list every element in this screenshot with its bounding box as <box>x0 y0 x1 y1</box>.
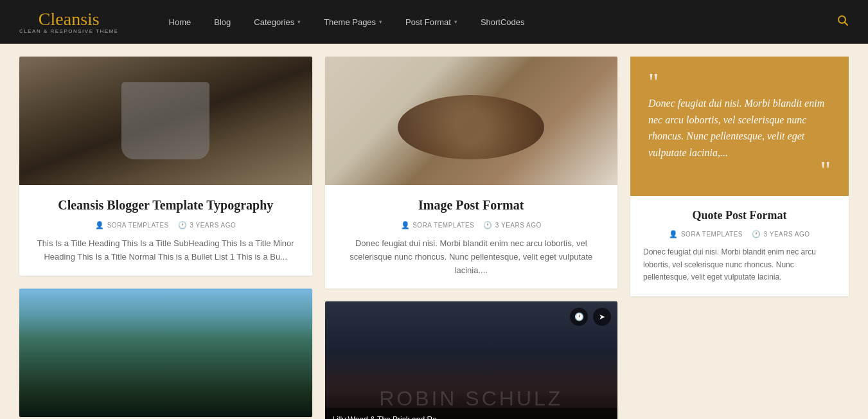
card-title-typography[interactable]: Cleansis Blogger Template Typography <box>32 197 299 213</box>
card-typography: Cleansis Blogger Template Typography 👤 S… <box>19 57 312 276</box>
search-icon[interactable] <box>837 15 849 30</box>
chevron-down-icon: ▾ <box>379 19 382 25</box>
person-icon: 👤 <box>95 221 105 229</box>
nav-item-shortcodes[interactable]: ShortCodes <box>469 0 536 44</box>
card-title-image-post[interactable]: Image Post Format <box>338 197 605 213</box>
logo-script: Cleansis <box>39 10 100 28</box>
card-image-person <box>19 57 312 185</box>
card-author: 👤 Sora Templates <box>95 221 169 229</box>
mid-column: Image Post Format 👤 Sora Templates 🕐 3 Y… <box>325 57 618 419</box>
left-column: Cleansis Blogger Template Typography 👤 S… <box>19 57 312 419</box>
person-icon-sidebar: 👤 <box>669 230 678 238</box>
card-image-post: Image Post Format 👤 Sora Templates 🕐 3 Y… <box>325 57 618 289</box>
content-grid: Cleansis Blogger Template Typography 👤 S… <box>19 57 849 419</box>
nav-items: Home Blog Categories ▾ Theme Pages ▾ Pos… <box>157 0 837 44</box>
quote-open-icon: " <box>648 76 831 89</box>
card-time-2: 🕐 3 Years Ago <box>483 221 542 229</box>
sidebar-card-excerpt: Donec feugiat dui nisi. Morbi blandit en… <box>643 246 836 283</box>
nav-item-categories[interactable]: Categories ▾ <box>242 0 312 44</box>
sidebar: " Donec feugiat dui nisi. Morbi blandit … <box>630 57 849 419</box>
nav-item-theme-pages[interactable]: Theme Pages ▾ <box>312 0 394 44</box>
nav-item-home[interactable]: Home <box>157 0 203 44</box>
nav-item-blog[interactable]: Blog <box>202 0 242 44</box>
card-excerpt-image-post: Donec feugiat dui nisi. Morbi blandit en… <box>338 237 605 277</box>
card-time: 🕐 3 Years Ago <box>178 221 236 229</box>
clock-icon-sidebar: 🕐 <box>752 230 761 238</box>
card-author-2: 👤 Sora Templates <box>401 221 475 229</box>
chevron-down-icon: ▾ <box>297 19 301 25</box>
clock-icon: 🕐 <box>178 221 188 229</box>
video-share-btn[interactable]: ➤ <box>593 308 611 326</box>
clock-icon-2: 🕐 <box>483 221 493 229</box>
video-title-text: Lilly Wood & The Prick and Ro... <box>333 415 443 419</box>
sidebar-author: 👤 Sora Templates <box>669 230 743 238</box>
quote-close-icon: " <box>648 164 831 177</box>
video-title-bar: Lilly Wood & The Prick and Ro... <box>325 408 618 419</box>
video-thumbnail: ROBIN SCHULZ 🕐 ➤ Lilly Wood & The Prick … <box>325 301 618 419</box>
person-icon-2: 👤 <box>401 221 411 229</box>
card-forest <box>19 289 312 417</box>
logo-tagline: Clean & Responsive Theme <box>19 28 119 34</box>
main-content: Cleansis Blogger Template Typography 👤 S… <box>0 44 868 419</box>
card-meta-image-post: 👤 Sora Templates 🕐 3 Years Ago <box>338 221 605 229</box>
nav-item-post-format[interactable]: Post Format ▾ <box>394 0 469 44</box>
video-controls: 🕐 ➤ <box>570 308 611 326</box>
quote-box: " Donec feugiat dui nisi. Morbi blandit … <box>630 57 849 196</box>
card-body-typography: Cleansis Blogger Template Typography 👤 S… <box>19 185 312 276</box>
card-video: ROBIN SCHULZ 🕐 ➤ Lilly Wood & The Prick … <box>325 301 618 419</box>
sidebar-quote-post-card: Quote Post Format 👤 Sora Templates 🕐 3 Y… <box>630 196 849 296</box>
sidebar-time: 🕐 3 Years Ago <box>752 230 810 238</box>
svg-line-1 <box>845 22 848 25</box>
card-body-image-post: Image Post Format 👤 Sora Templates 🕐 3 Y… <box>325 185 618 289</box>
card-excerpt-typography: This Is a Title Heading This Is a Title … <box>32 237 299 264</box>
video-clock-btn[interactable]: 🕐 <box>570 308 588 326</box>
card-image-nuts <box>325 57 618 185</box>
quote-text: Donec feugiat dui nisi. Morbi blandit en… <box>648 95 831 161</box>
site-logo[interactable]: Cleansis Clean & Responsive Theme <box>19 10 119 34</box>
video-bg-text: ROBIN SCHULZ <box>325 387 618 411</box>
card-image-forest <box>19 289 312 417</box>
sidebar-card-meta: 👤 Sora Templates 🕐 3 Years Ago <box>643 230 836 238</box>
sidebar-card-title[interactable]: Quote Post Format <box>643 209 836 222</box>
card-meta-typography: 👤 Sora Templates 🕐 3 Years Ago <box>32 221 299 229</box>
navbar: Cleansis Clean & Responsive Theme Home B… <box>0 0 868 44</box>
chevron-down-icon: ▾ <box>454 19 457 25</box>
